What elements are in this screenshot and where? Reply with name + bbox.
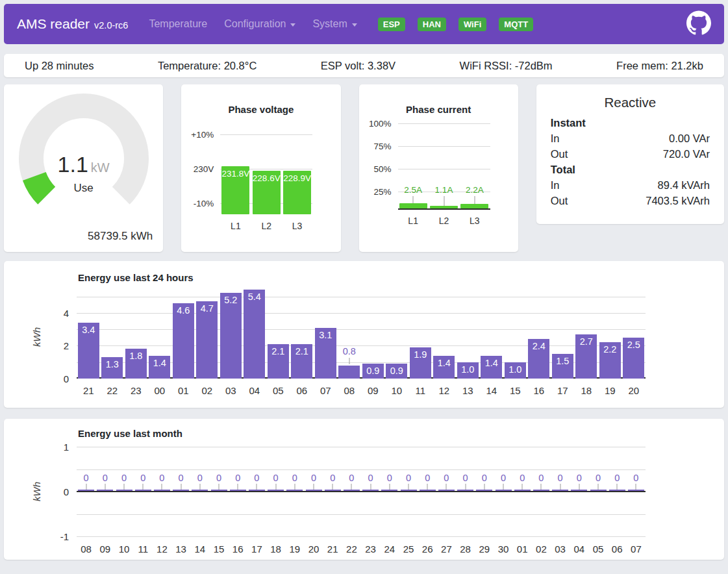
x-tick-label: 07 (320, 385, 331, 396)
x-tick-label: 14 (486, 385, 497, 396)
y-tick-label: 230V (194, 164, 214, 174)
x-tick-label: 05 (593, 543, 604, 555)
energy-month-title: Energy use last month (78, 428, 182, 439)
app-brand[interactable]: AMS reader v2.0-rc6 (17, 16, 128, 32)
energy-bar-zero (249, 490, 265, 491)
y-tick-label: 1 (64, 442, 69, 453)
bar-value-label: 1.5 (556, 356, 569, 366)
energy-bar-zero (628, 490, 644, 491)
gridline (77, 469, 646, 470)
reactive-row-value: 0.00 VAr (669, 131, 710, 146)
phase-voltage-plot: +10%230V-10%231.8VL1228.6VL2228.9VL3 (220, 125, 312, 229)
reactive-row-label: Out (551, 193, 568, 208)
x-tick-label: L2 (439, 216, 449, 226)
github-icon (686, 10, 711, 38)
x-tick-label: 13 (175, 543, 186, 555)
x-tick-label: 06 (612, 543, 623, 555)
label-leader-line (143, 484, 144, 490)
chevron-down-icon (290, 23, 295, 27)
power-gauge: 1.1kW Use (19, 94, 149, 229)
nav-item-configuration[interactable]: Configuration (219, 13, 301, 35)
x-tick-label: L3 (292, 221, 303, 231)
bar-value-label: 0 (406, 473, 411, 483)
label-leader-line (446, 484, 447, 490)
status-bar: Up 28 minutesTemperature: 20.8°CESP volt… (4, 54, 724, 77)
voltage-bar-value: 231.8V (222, 169, 250, 179)
bar-value-label: 0 (103, 473, 108, 483)
x-tick-label: 15 (510, 385, 521, 396)
badge-esp: ESP (378, 18, 405, 31)
x-tick-label: 21 (327, 543, 338, 555)
x-tick-label: 03 (225, 385, 236, 396)
x-tick-label: 16 (232, 543, 244, 555)
app-version: v2.0-rc6 (94, 20, 128, 31)
label-leader-line (579, 484, 579, 490)
energy-bar-zero (173, 490, 189, 491)
energy-bar (220, 293, 242, 379)
reactive-row: In0.00 VAr (551, 131, 710, 146)
phase-voltage-card: Phase voltage +10%230V-10%231.8VL1228.6V… (181, 84, 340, 252)
label-leader-line (408, 484, 409, 490)
energy-bar-zero (457, 490, 473, 491)
gridline (77, 514, 646, 515)
bar-value-label: 0 (387, 473, 392, 483)
energy-bar-zero (590, 490, 607, 491)
y-tick-label: 50% (373, 164, 391, 174)
gridline (77, 536, 646, 537)
bar-value-label: 1.9 (414, 349, 427, 360)
energy-bar-zero (230, 490, 246, 491)
bar-value-label: 0.8 (343, 346, 356, 356)
bar-value-label: 0 (235, 473, 240, 483)
y-tick-label: 100% (369, 119, 392, 129)
x-tick-label: 19 (289, 543, 300, 555)
energy-bar-zero (438, 490, 455, 491)
current-bar-value: 1.1A (435, 185, 453, 195)
current-bar-L1 (399, 203, 427, 209)
bar-value-label: 0 (558, 473, 563, 483)
label-leader-line (427, 484, 428, 490)
nav-item-system[interactable]: System (307, 13, 362, 35)
bar-value-label: 5.4 (248, 292, 261, 302)
energy-day-ylabel: kWh (31, 327, 42, 347)
bar-value-label: 1.4 (438, 358, 451, 368)
bar-value-label: 0 (292, 473, 297, 483)
bar-value-label: 0 (179, 473, 184, 483)
label-leader-line (598, 484, 599, 490)
gridline (77, 447, 646, 447)
gridline (77, 313, 646, 314)
energy-bar-zero (268, 490, 284, 491)
nav-item-temperature[interactable]: Temperature (144, 13, 212, 35)
reactive-row: Out7403.5 kVArh (551, 193, 710, 208)
bar-value-label: 0 (84, 473, 89, 483)
label-leader-line (124, 484, 125, 490)
current-bar-value: 2.2A (466, 185, 484, 195)
x-tick-label: 29 (479, 543, 490, 555)
label-leader-line (617, 484, 618, 490)
energy-bar-zero (325, 490, 341, 491)
energy-bar-zero (552, 490, 568, 491)
y-tick-label: -10% (194, 199, 214, 208)
voltage-bar-value: 228.6V (253, 173, 281, 183)
y-tick-label: 75% (373, 142, 391, 151)
bar-value-label: 0 (159, 473, 164, 483)
energy-month-plot: 10-1008009010011012013014015016017018019… (77, 447, 646, 536)
current-bar-L3 (460, 204, 488, 208)
bar-value-label: 0 (520, 473, 525, 483)
x-tick-label: 27 (441, 543, 452, 555)
label-leader-line (162, 484, 162, 490)
gridline (398, 169, 490, 169)
reactive-title: Reactive (551, 94, 710, 110)
energy-bar-zero (362, 490, 379, 491)
x-tick-label: L1 (231, 221, 241, 231)
label-leader-line (636, 484, 636, 490)
chevron-down-icon (352, 23, 357, 27)
github-link[interactable] (686, 10, 711, 38)
nav-item-label: Temperature (149, 18, 207, 30)
x-tick-label: 04 (249, 385, 260, 396)
bar-value-label: 1.3 (106, 359, 119, 369)
bar-value-label: 0 (368, 473, 373, 483)
page: AMS reader v2.0-rc6 TemperatureConfigura… (0, 0, 728, 564)
label-leader-line (413, 196, 414, 203)
bar-value-label: 3.4 (82, 325, 95, 335)
x-tick-label: 26 (422, 543, 433, 555)
